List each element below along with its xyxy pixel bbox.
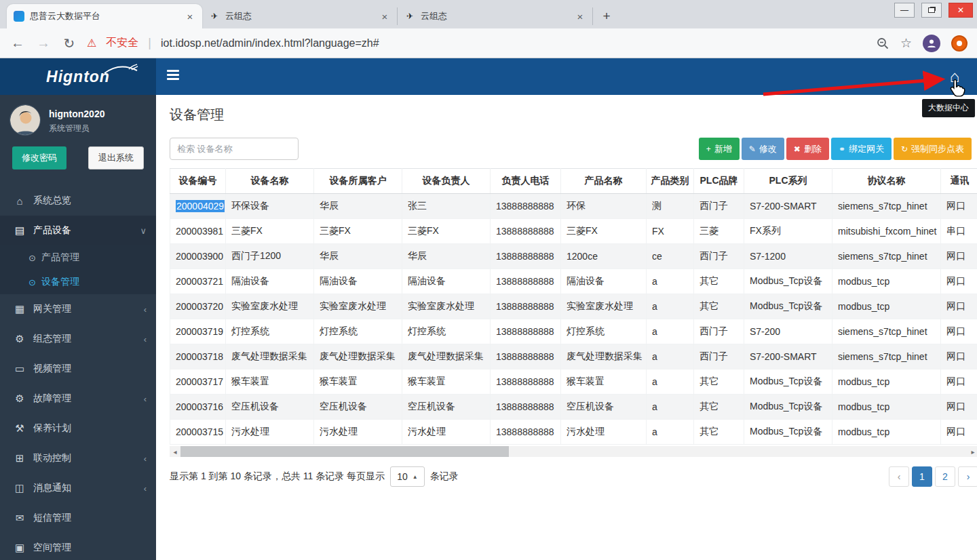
table-cell: modbus_tcp: [832, 269, 941, 294]
sidebar-item-message-notice[interactable]: ◫消息通知‹: [0, 473, 156, 503]
home-icon: ⌂: [12, 195, 27, 207]
not-secure-label[interactable]: 不安全: [106, 36, 138, 50]
table-row[interactable]: 200003715污水处理污水处理污水处理13888888888污水处理a其它M…: [170, 420, 977, 445]
sidebar-item-linkage-control[interactable]: ⊞联动控制‹: [0, 443, 156, 473]
next-page-button[interactable]: ›: [958, 466, 977, 487]
sidebar-item-maintenance-plan[interactable]: ⚒保养计划: [0, 414, 156, 443]
logout-button[interactable]: 退出系统: [88, 146, 144, 169]
browser-update-icon[interactable]: [951, 35, 968, 52]
close-button[interactable]: ✕: [949, 3, 973, 18]
sidebar-item-sms-mgmt[interactable]: ✉短信管理: [0, 503, 156, 533]
force-sync-button[interactable]: ↻强制同步点表: [894, 138, 972, 160]
column-header[interactable]: 设备所属客户: [314, 169, 402, 194]
sidebar-item-product-device[interactable]: ▤产品设备∨: [0, 216, 156, 245]
horizontal-scrollbar[interactable]: ◂ ▸: [170, 446, 977, 457]
table-cell: 空压机设备: [402, 395, 491, 420]
table-row[interactable]: 200003900西门子1200华辰华辰138888888881200cece西…: [170, 244, 977, 269]
button-label: 绑定网关: [849, 143, 884, 155]
profile-icon[interactable]: [923, 35, 940, 52]
chevron-left-icon: ‹: [144, 483, 147, 494]
table-row[interactable]: 200003718废气处理数据采集废气处理数据采集废气处理数据采集1388888…: [170, 344, 977, 369]
browser-tab[interactable]: ✈云组态×: [398, 7, 593, 25]
zoom-icon[interactable]: [876, 37, 889, 50]
table-cell: 实验室废水处理: [561, 294, 647, 319]
browser-tab[interactable]: 思普云大数据平台×: [7, 4, 202, 28]
column-header[interactable]: 设备名称: [226, 169, 314, 194]
table-row[interactable]: 200003981三菱FX三菱FX三菱FX13888888888三菱FXFX三菱…: [170, 219, 977, 244]
table-cell: 灯控系统: [226, 319, 314, 344]
column-header[interactable]: 负责人电话: [491, 169, 561, 194]
sidebar-toggle-button[interactable]: [167, 70, 180, 83]
column-header[interactable]: 协议名称: [832, 169, 941, 194]
sidebar-item-space-mgmt[interactable]: ▣空间管理: [0, 533, 156, 560]
column-header[interactable]: 产品名称: [561, 169, 647, 194]
minimize-button[interactable]: —: [894, 3, 915, 18]
page-size-value: 10: [397, 471, 408, 482]
browser-tab[interactable]: ✈云组态×: [202, 7, 398, 25]
table-cell: 废气处理数据采集: [561, 344, 647, 369]
sidebar-item-label: 联动控制: [33, 452, 71, 464]
scrollbar-thumb[interactable]: [180, 446, 509, 457]
back-button[interactable]: ←: [9, 35, 26, 51]
table-cell: 200003981: [170, 219, 226, 244]
table-row[interactable]: 200004029环保设备华辰张三13888888888环保测西门子S7-200…: [170, 194, 977, 219]
add-button[interactable]: +新增: [699, 138, 740, 160]
table-cell: 13888888888: [491, 369, 561, 395]
sidebar-submenu: ⊙产品管理⊙设备管理: [0, 245, 156, 294]
refresh-button[interactable]: ↻: [61, 35, 77, 52]
sidebar-subitem-device-mgmt[interactable]: ⊙设备管理: [0, 270, 156, 294]
page-button-1[interactable]: 1: [912, 466, 932, 487]
sidebar-item-overview[interactable]: ⌂系统总览: [0, 186, 156, 216]
table-row[interactable]: 200003719灯控系统灯控系统灯控系统13888888888灯控系统a西门子…: [170, 319, 977, 344]
table-row[interactable]: 200003721隔油设备隔油设备隔油设备13888888888隔油设备a其它M…: [170, 269, 977, 294]
home-button[interactable]: ⌂: [939, 58, 970, 95]
scroll-right-icon[interactable]: ▸: [968, 448, 977, 456]
table-cell: 网口: [941, 344, 977, 369]
table-cell: 13888888888: [491, 219, 561, 244]
table-cell: 污水处理: [314, 420, 402, 445]
change-password-button[interactable]: 修改密码: [12, 146, 66, 169]
bind-gateway-button[interactable]: ⚭绑定网关: [831, 138, 892, 160]
sidebar-item-video-mgmt[interactable]: ▭视频管理: [0, 354, 156, 384]
caret-up-icon: ▲: [413, 474, 418, 480]
table-cell: 猴车装置: [226, 369, 314, 395]
wrench-icon: ⚒: [12, 422, 27, 435]
maximize-button[interactable]: [921, 3, 942, 18]
bookmark-star-icon[interactable]: ☆: [900, 35, 912, 51]
table-cell: 200003900: [170, 244, 226, 269]
sidebar-item-fault-mgmt[interactable]: ⚙故障管理‹: [0, 384, 156, 414]
tab-close-icon[interactable]: ×: [379, 11, 390, 22]
page-button-2[interactable]: 2: [935, 466, 955, 487]
prev-page-button[interactable]: ‹: [889, 466, 909, 487]
tab-close-icon[interactable]: ×: [575, 11, 586, 22]
avatar[interactable]: [9, 104, 41, 136]
scroll-left-icon[interactable]: ◂: [170, 448, 180, 456]
table-cell: 张三: [402, 194, 491, 219]
table-row[interactable]: 200003717猴车装置猴车装置猴车装置13888888888猴车装置a其它M…: [170, 369, 977, 395]
sidebar-subitem-product-mgmt[interactable]: ⊙产品管理: [0, 245, 156, 270]
column-header[interactable]: 设备编号: [170, 169, 226, 194]
toolbar-buttons: +新增✎修改✖删除⚭绑定网关↻强制同步点表: [699, 138, 972, 160]
column-header[interactable]: PLC系列: [744, 169, 832, 194]
tab-close-icon[interactable]: ×: [185, 11, 195, 22]
column-header[interactable]: PLC品牌: [694, 169, 744, 194]
delete-button[interactable]: ✖删除: [786, 138, 829, 160]
logo-swoosh-icon: [103, 64, 138, 75]
column-header[interactable]: 通讯: [941, 169, 977, 194]
url-text[interactable]: iot.idosp.net/admin/index.html?language=…: [161, 37, 866, 49]
table-cell: 200003715: [170, 420, 226, 445]
column-header[interactable]: 产品类别: [647, 169, 694, 194]
sidebar-item-scada-mgmt[interactable]: ⚙组态管理‹: [0, 324, 156, 354]
page-size-select[interactable]: 10 ▲: [390, 466, 425, 487]
search-input[interactable]: [170, 138, 299, 160]
table-row[interactable]: 200003720实验室废水处理实验室废水处理实验室废水处理1388888888…: [170, 294, 977, 319]
table-cell: 实验室废水处理: [402, 294, 491, 319]
main-content: 设备管理 +新增✎修改✖删除⚭绑定网关↻强制同步点表 设备编号设备名称设备所属客…: [156, 95, 977, 560]
column-header[interactable]: 设备负责人: [402, 169, 491, 194]
new-tab-button[interactable]: +: [597, 7, 616, 26]
edit-button[interactable]: ✎修改: [742, 138, 784, 160]
forward-button[interactable]: →: [35, 35, 52, 51]
table-cell: 灯控系统: [314, 319, 402, 344]
sidebar-item-gateway-mgmt[interactable]: ▦网关管理‹: [0, 294, 156, 324]
table-row[interactable]: 200003716空压机设备空压机设备空压机设备13888888888空压机设备…: [170, 395, 977, 420]
